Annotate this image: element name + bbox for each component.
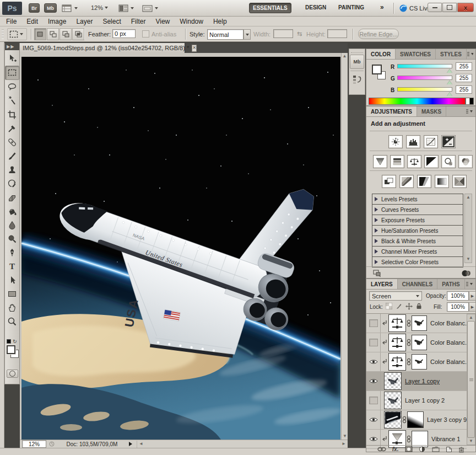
red-slider[interactable] — [397, 64, 452, 68]
tool-rectangular-marquee[interactable] — [5, 66, 19, 80]
scroll-up-icon[interactable]: ▲ — [342, 54, 348, 58]
menu-image[interactable]: Image — [43, 17, 71, 26]
adjustment-thumbnail[interactable] — [388, 353, 406, 371]
tab-channels[interactable]: CHANNELS — [398, 279, 438, 289]
minimize-button[interactable] — [428, 3, 442, 12]
green-slider-thumb[interactable] — [447, 81, 452, 84]
new-adjustment-layer-icon[interactable] — [419, 446, 426, 452]
tools-panel-header[interactable]: ▶▶ — [5, 43, 19, 50]
new-group-icon[interactable] — [432, 446, 440, 452]
add-layer-mask-icon[interactable] — [405, 446, 413, 452]
workspace-painting[interactable]: PAINTING — [335, 3, 367, 12]
horizontal-scrollbar[interactable]: ◄ ► — [137, 441, 348, 448]
add-to-selection-button[interactable] — [47, 28, 59, 40]
preset-black-white[interactable]: Black & White Presets — [372, 236, 463, 247]
canvas-image[interactable]: USA — [21, 57, 340, 440]
default-colors-icon[interactable] — [7, 339, 11, 344]
invert-icon[interactable] — [382, 175, 396, 188]
layer-mask-thumbnail[interactable] — [412, 315, 427, 331]
link-layers-icon[interactable] — [377, 447, 386, 452]
tab-color[interactable]: COLOR — [366, 49, 396, 59]
refine-edge-button[interactable]: Refine Edge... — [358, 29, 399, 39]
opacity-value[interactable]: 100% — [447, 291, 469, 301]
mini-bridge-panel-icon[interactable]: Mb — [350, 55, 364, 69]
layer-thumbnail[interactable] — [384, 392, 402, 409]
layer-row-color-balance-3[interactable]: Color Balanc... — [366, 314, 467, 333]
clip-to-layer-button[interactable] — [461, 270, 471, 277]
scroll-up-icon[interactable]: ▲ — [469, 315, 473, 320]
fill-control[interactable]: 100% ▶ — [447, 302, 476, 312]
opacity-control[interactable]: 100% ▶ — [447, 291, 476, 301]
status-zoom-input[interactable]: 12% — [22, 440, 46, 448]
scroll-right-icon[interactable]: ► — [342, 442, 346, 446]
panel-menu-icon[interactable] — [467, 51, 473, 57]
blue-value-input[interactable]: 255 — [456, 85, 472, 94]
color-spectrum-ramp[interactable] — [369, 98, 466, 105]
layer-row-color-balance-2[interactable]: Color Balanc... — [366, 333, 467, 352]
tool-pen[interactable] — [6, 246, 19, 259]
tab-adjustments[interactable]: ADJUSTMENTS — [366, 106, 417, 116]
selective-color-icon[interactable] — [452, 175, 467, 188]
tool-eyedropper[interactable] — [6, 122, 19, 135]
tool-paint-bucket[interactable] — [6, 205, 19, 218]
preset-channel-mixer[interactable]: Channel Mixer Presets — [372, 247, 463, 257]
expand-icon[interactable] — [375, 218, 378, 222]
channel-mixer-icon[interactable] — [458, 155, 473, 168]
opacity-flyout[interactable]: ▶ — [469, 291, 476, 301]
quick-mask-button[interactable] — [7, 370, 18, 378]
expand-icon[interactable] — [375, 260, 378, 264]
expand-icon[interactable] — [375, 228, 378, 233]
hue-saturation-icon[interactable] — [390, 155, 404, 168]
maximize-button[interactable] — [442, 3, 457, 12]
launch-bridge-button[interactable]: Br — [29, 3, 40, 13]
menu-window[interactable]: Window — [175, 17, 208, 26]
visibility-toggle[interactable] — [366, 333, 381, 352]
expand-icon[interactable] — [375, 207, 378, 212]
height-input[interactable] — [327, 29, 347, 38]
red-value-input[interactable]: 255 — [456, 62, 472, 71]
layer-row-layer3-copy9[interactable]: Layer 3 copy 9 — [366, 410, 467, 430]
tool-spot-healing[interactable] — [6, 136, 19, 149]
tool-crop[interactable] — [6, 108, 19, 121]
visibility-toggle[interactable] — [366, 372, 381, 390]
arrange-documents-dropdown[interactable] — [118, 4, 134, 13]
expand-icon[interactable] — [375, 239, 378, 243]
presets-scrollbar[interactable]: ▲ ▼ — [464, 194, 472, 263]
adjustment-thumbnail[interactable] — [388, 314, 406, 332]
status-flyout-icon[interactable] — [128, 441, 133, 447]
canvas-area[interactable]: USA — [20, 53, 341, 440]
preset-curves[interactable]: Curves Presets — [372, 205, 463, 215]
visibility-toggle[interactable] — [366, 391, 381, 410]
menu-view[interactable]: View — [150, 17, 175, 26]
preset-exposure[interactable]: Exposure Presets — [372, 215, 463, 226]
feather-input[interactable]: 0 px — [112, 29, 136, 38]
green-slider[interactable] — [397, 76, 452, 80]
posterize-icon[interactable] — [399, 175, 414, 188]
exposure-icon[interactable] — [441, 135, 456, 148]
panel-menu-icon[interactable] — [466, 109, 473, 114]
vibrance-icon[interactable] — [373, 155, 387, 168]
spectrum-black-swatch[interactable] — [469, 98, 474, 105]
panel-menu-icon[interactable] — [466, 281, 473, 287]
tool-preset-picker[interactable] — [7, 28, 27, 40]
color-balance-icon[interactable] — [407, 155, 421, 168]
tab-styles[interactable]: STYLES — [436, 49, 467, 59]
tool-rectangle[interactable] — [6, 287, 19, 301]
scroll-down-icon[interactable]: ▼ — [466, 257, 470, 261]
blue-slider-thumb[interactable] — [447, 92, 452, 96]
new-layer-icon[interactable] — [446, 446, 452, 453]
layer-mask-thumbnail[interactable] — [412, 354, 427, 370]
workspace-design[interactable]: DESIGN — [302, 3, 329, 12]
visibility-toggle[interactable] — [366, 314, 381, 333]
dock-grip[interactable] — [351, 50, 363, 53]
menu-filter[interactable]: Filter — [126, 17, 151, 26]
tool-hand[interactable] — [6, 301, 19, 314]
tool-move[interactable] — [6, 52, 19, 65]
layer-mask-thumbnail[interactable] — [412, 335, 427, 350]
layer-row-layer1-copy[interactable]: Layer 1 copy — [366, 372, 467, 391]
visibility-toggle[interactable] — [366, 352, 381, 371]
document-close-icon[interactable]: ✕ — [192, 45, 197, 52]
lock-all-icon[interactable] — [415, 302, 423, 310]
workspace-essentials[interactable]: ESSENTIALS — [249, 3, 291, 13]
levels-icon[interactable] — [406, 135, 420, 148]
